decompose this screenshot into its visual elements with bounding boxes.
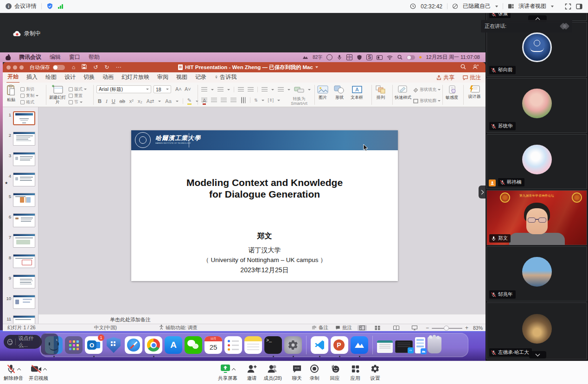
section-button[interactable]: 节 xyxy=(69,99,83,105)
highlight-pen-icon[interactable]: ✎ xyxy=(187,97,192,105)
zoom-out-button[interactable]: − xyxy=(426,325,429,331)
outlook-icon[interactable]: O1 xyxy=(85,336,102,354)
settings-button[interactable]: 设置 xyxy=(364,363,387,382)
zoom-window-button[interactable] xyxy=(19,65,24,70)
thumbnail-row[interactable]: 6 xyxy=(3,213,38,228)
slide-thumbnail-10[interactable] xyxy=(13,295,35,309)
chat-input-placeholder[interactable]: 说点什么... xyxy=(19,335,38,349)
tab-transitions[interactable]: 切换 xyxy=(83,72,96,83)
security-app-icon[interactable] xyxy=(105,336,122,354)
reminders-icon[interactable] xyxy=(224,336,242,354)
more-commands-icon[interactable]: ⋯ xyxy=(115,64,121,70)
align-justify-icon[interactable] xyxy=(230,98,236,102)
shape-outline-button[interactable]: 形状轮廓 xyxy=(413,98,441,104)
slide-thumbnail-2[interactable] xyxy=(13,132,35,146)
tab-record[interactable]: 记录 xyxy=(194,72,207,83)
tab-design[interactable]: 设计 xyxy=(64,72,77,83)
designer-button[interactable]: 设计器 xyxy=(467,85,482,99)
tab-tell-me[interactable]: ♀ 告诉我 xyxy=(213,72,237,83)
trash-icon[interactable] xyxy=(428,337,441,353)
tab-slideshow[interactable]: 幻灯片放映 xyxy=(121,72,150,83)
arrange-button[interactable]: 排列 xyxy=(376,85,386,101)
change-case-button[interactable]: Aa xyxy=(165,98,171,104)
network-signal-icon[interactable] xyxy=(58,4,63,9)
superscript-button[interactable]: x² xyxy=(129,98,134,104)
numbering-icon[interactable] xyxy=(217,87,224,92)
text-direction-icon[interactable]: ⇅ xyxy=(254,98,258,102)
start-video-button[interactable]: 开启视频 xyxy=(27,363,50,382)
minimize-window-button[interactable] xyxy=(13,65,17,70)
columns-icon[interactable] xyxy=(278,87,284,92)
shield-menu-icon[interactable] xyxy=(357,55,362,60)
chevron-down-icon[interactable] xyxy=(495,6,498,7)
notes-placeholder[interactable]: 单击此处添加备注 xyxy=(110,316,151,323)
thumbnail-row[interactable]: 2 xyxy=(3,132,38,147)
system-settings-icon[interactable] xyxy=(284,336,302,354)
slide-thumbnail-6[interactable] xyxy=(13,213,35,227)
share-options-chevron[interactable] xyxy=(232,368,236,372)
participant-tile-zhengwen[interactable]: 第九届青年学者神舟论坛 郑文 xyxy=(486,190,587,245)
normal-view-button[interactable] xyxy=(358,325,367,331)
strikethrough-button[interactable]: ab xyxy=(120,98,125,104)
badge-menu-icon[interactable] xyxy=(377,55,383,60)
autosave-toggle[interactable] xyxy=(53,65,65,70)
align-right-icon[interactable] xyxy=(221,98,227,102)
zoom-in-button[interactable]: + xyxy=(465,325,468,331)
comments-toggle[interactable]: 批注 xyxy=(335,325,352,331)
thumbnail-row[interactable]: 7 xyxy=(3,234,38,249)
thumbnail-row[interactable]: 5 xyxy=(3,193,38,208)
notes-toggle[interactable]: 备注 xyxy=(312,325,328,331)
menubar-app-name[interactable]: 腾讯会议 xyxy=(19,53,41,61)
slideshow-view-button[interactable] xyxy=(410,325,419,331)
search-icon[interactable] xyxy=(460,64,466,71)
slide-thumbnail-7[interactable] xyxy=(13,234,35,248)
sensitivity-button[interactable]: 敏感度 xyxy=(446,85,458,101)
slide-thumbnail-1[interactable] xyxy=(13,111,35,125)
tab-animations[interactable]: 动画 xyxy=(102,72,115,83)
tab-insert[interactable]: 插入 xyxy=(26,72,38,83)
thumbnail-row[interactable]: 3 xyxy=(3,152,38,167)
quick-chat-bar[interactable]: 说点什么... xyxy=(4,335,42,349)
cut-button[interactable]: 剪切 xyxy=(20,86,34,92)
input-method-icon[interactable]: 中 xyxy=(346,54,352,60)
textbox-button[interactable]: A 文本框 xyxy=(351,85,363,101)
thumbnail-row[interactable]: 10 xyxy=(3,295,38,310)
camera-options-chevron[interactable] xyxy=(43,368,47,372)
character-spacing-button[interactable]: A⇄ xyxy=(147,98,154,104)
slide-thumbnail-panel[interactable]: 1 2 3 4★ 5 6 7 8 9 10 11 xyxy=(3,107,38,324)
slide-counter[interactable]: 幻灯片 1 / 26 xyxy=(7,325,36,331)
home-icon[interactable]: ⌂ xyxy=(72,64,75,70)
layout-button[interactable]: 版式 xyxy=(69,86,87,92)
add-column-icon[interactable] xyxy=(241,97,246,103)
picture-button[interactable]: 图片 xyxy=(317,85,328,101)
tab-home[interactable]: 开始 xyxy=(6,72,19,83)
slide-sorter-view-button[interactable] xyxy=(373,325,382,331)
thumbnail-row[interactable]: 11 xyxy=(3,315,38,324)
menubar-edit[interactable]: 编辑 xyxy=(50,53,61,61)
thumbnail-row[interactable]: 8 xyxy=(3,254,38,269)
emoji-icon[interactable] xyxy=(7,339,13,345)
side-panel-icon[interactable] xyxy=(576,3,582,10)
safari-icon[interactable] xyxy=(125,336,142,354)
line-spacing-icon[interactable] xyxy=(262,87,268,92)
align-center-icon[interactable] xyxy=(211,98,217,102)
collapse-left-icon[interactable]: ‹ xyxy=(56,337,58,342)
comments-button[interactable]: 批注 xyxy=(463,74,481,82)
copy-button[interactable]: 复制 xyxy=(20,93,38,99)
decrease-font-icon[interactable]: A˅ xyxy=(185,86,191,92)
reading-view-button[interactable] xyxy=(391,325,401,331)
menubar-datetime[interactable]: 12月25日 周一 11:07:08 xyxy=(426,54,480,61)
fullscreen-icon[interactable] xyxy=(565,3,571,10)
share-screen-button[interactable]: 共享屏幕 xyxy=(216,363,239,382)
align-text-icon[interactable]: [⇕] xyxy=(268,98,274,102)
paste-button[interactable]: 粘贴 xyxy=(6,85,16,103)
unmute-button[interactable]: 解除静音 xyxy=(2,363,25,382)
zoom-slider-knob[interactable] xyxy=(444,326,449,331)
spotlight-search-icon[interactable] xyxy=(397,55,403,60)
participant-tile-zouzhaonian[interactable]: 邹兆年 xyxy=(486,246,587,301)
vscode-icon[interactable] xyxy=(311,336,328,354)
new-slide-button[interactable]: 新建幻灯片 xyxy=(49,85,66,104)
chevron-down-icon[interactable] xyxy=(551,6,554,7)
record-button[interactable]: 录制 xyxy=(303,363,326,382)
zoom-percent[interactable]: 83% xyxy=(473,325,483,331)
